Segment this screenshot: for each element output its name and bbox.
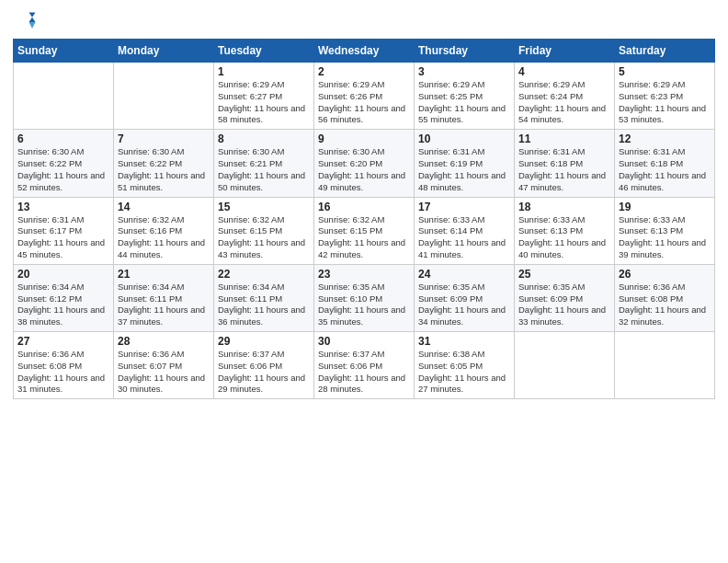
- day-info: Sunrise: 6:35 AM Sunset: 6:10 PM Dayligh…: [318, 282, 410, 328]
- weekday-header-friday: Friday: [515, 40, 615, 63]
- calendar-cell: 11Sunrise: 6:31 AM Sunset: 6:18 PM Dayli…: [515, 130, 615, 197]
- calendar-cell: 5Sunrise: 6:29 AM Sunset: 6:23 PM Daylig…: [615, 63, 715, 130]
- day-number: 19: [619, 201, 711, 213]
- day-number: 6: [17, 132, 109, 145]
- day-info: Sunrise: 6:31 AM Sunset: 6:19 PM Dayligh…: [418, 146, 510, 193]
- calendar-cell: 22Sunrise: 6:34 AM Sunset: 6:11 PM Dayli…: [214, 264, 314, 331]
- header: [13, 9, 715, 35]
- day-number: 12: [619, 132, 711, 145]
- page-container: SundayMondayTuesdayWednesdayThursdayFrid…: [0, 0, 728, 408]
- day-number: 4: [518, 65, 610, 78]
- day-info: Sunrise: 6:36 AM Sunset: 6:08 PM Dayligh…: [17, 349, 109, 396]
- calendar-cell: 2Sunrise: 6:29 AM Sunset: 6:26 PM Daylig…: [314, 63, 415, 130]
- weekday-header-row: SundayMondayTuesdayWednesdayThursdayFrid…: [14, 40, 715, 63]
- day-number: 24: [418, 268, 510, 281]
- calendar-cell: 19Sunrise: 6:33 AM Sunset: 6:13 PM Dayli…: [615, 197, 715, 264]
- day-info: Sunrise: 6:29 AM Sunset: 6:26 PM Dayligh…: [318, 79, 410, 126]
- day-info: Sunrise: 6:32 AM Sunset: 6:15 PM Dayligh…: [318, 214, 410, 261]
- day-number: 10: [418, 132, 510, 145]
- calendar-cell: 13Sunrise: 6:31 AM Sunset: 6:17 PM Dayli…: [14, 197, 114, 264]
- day-info: Sunrise: 6:29 AM Sunset: 6:27 PM Dayligh…: [218, 79, 310, 126]
- calendar-cell: 17Sunrise: 6:33 AM Sunset: 6:14 PM Dayli…: [415, 197, 515, 264]
- calendar-cell: 28Sunrise: 6:36 AM Sunset: 6:07 PM Dayli…: [114, 332, 214, 399]
- calendar-cell: 10Sunrise: 6:31 AM Sunset: 6:19 PM Dayli…: [415, 130, 515, 197]
- calendar-cell: [114, 63, 214, 130]
- day-info: Sunrise: 6:29 AM Sunset: 6:24 PM Dayligh…: [518, 79, 610, 126]
- day-number: 25: [518, 268, 610, 281]
- calendar-cell: [615, 332, 715, 399]
- day-number: 2: [318, 65, 410, 78]
- weekday-header-wednesday: Wednesday: [314, 40, 415, 63]
- day-number: 7: [118, 132, 210, 145]
- calendar-cell: 26Sunrise: 6:36 AM Sunset: 6:08 PM Dayli…: [615, 264, 715, 331]
- weekday-header-saturday: Saturday: [615, 40, 715, 63]
- calendar-cell: 3Sunrise: 6:29 AM Sunset: 6:25 PM Daylig…: [415, 63, 515, 130]
- day-number: 16: [318, 201, 410, 213]
- day-number: 17: [418, 201, 510, 213]
- day-info: Sunrise: 6:30 AM Sunset: 6:22 PM Dayligh…: [118, 146, 210, 193]
- calendar-cell: 20Sunrise: 6:34 AM Sunset: 6:12 PM Dayli…: [14, 264, 114, 331]
- day-info: Sunrise: 6:32 AM Sunset: 6:15 PM Dayligh…: [218, 214, 310, 261]
- day-number: 13: [17, 201, 109, 213]
- calendar-cell: 7Sunrise: 6:30 AM Sunset: 6:22 PM Daylig…: [114, 130, 214, 197]
- calendar-cell: 15Sunrise: 6:32 AM Sunset: 6:15 PM Dayli…: [214, 197, 314, 264]
- day-info: Sunrise: 6:38 AM Sunset: 6:05 PM Dayligh…: [418, 349, 510, 396]
- day-info: Sunrise: 6:29 AM Sunset: 6:23 PM Dayligh…: [619, 79, 711, 126]
- day-number: 26: [619, 268, 711, 281]
- day-info: Sunrise: 6:34 AM Sunset: 6:12 PM Dayligh…: [17, 282, 109, 328]
- logo-icon: [13, 9, 39, 35]
- day-info: Sunrise: 6:33 AM Sunset: 6:13 PM Dayligh…: [619, 214, 711, 261]
- calendar-cell: 30Sunrise: 6:37 AM Sunset: 6:06 PM Dayli…: [314, 332, 415, 399]
- day-info: Sunrise: 6:35 AM Sunset: 6:09 PM Dayligh…: [418, 282, 510, 328]
- calendar-week-3: 13Sunrise: 6:31 AM Sunset: 6:17 PM Dayli…: [14, 197, 715, 264]
- day-number: 9: [318, 132, 410, 145]
- weekday-header-monday: Monday: [114, 40, 214, 63]
- calendar-cell: 6Sunrise: 6:30 AM Sunset: 6:22 PM Daylig…: [14, 130, 114, 197]
- calendar-cell: 8Sunrise: 6:30 AM Sunset: 6:21 PM Daylig…: [214, 130, 314, 197]
- day-number: 29: [218, 335, 310, 348]
- day-number: 18: [518, 201, 610, 213]
- calendar-cell: 25Sunrise: 6:35 AM Sunset: 6:09 PM Dayli…: [515, 264, 615, 331]
- day-info: Sunrise: 6:37 AM Sunset: 6:06 PM Dayligh…: [218, 349, 310, 396]
- calendar-cell: 1Sunrise: 6:29 AM Sunset: 6:27 PM Daylig…: [214, 63, 314, 130]
- calendar-cell: 9Sunrise: 6:30 AM Sunset: 6:20 PM Daylig…: [314, 130, 415, 197]
- calendar-cell: 27Sunrise: 6:36 AM Sunset: 6:08 PM Dayli…: [14, 332, 114, 399]
- calendar-cell: 23Sunrise: 6:35 AM Sunset: 6:10 PM Dayli…: [314, 264, 415, 331]
- day-number: 5: [619, 65, 711, 78]
- day-info: Sunrise: 6:33 AM Sunset: 6:14 PM Dayligh…: [418, 214, 510, 261]
- logo: [13, 9, 42, 35]
- day-info: Sunrise: 6:36 AM Sunset: 6:07 PM Dayligh…: [118, 349, 210, 396]
- day-number: 14: [118, 201, 210, 213]
- calendar-cell: 18Sunrise: 6:33 AM Sunset: 6:13 PM Dayli…: [515, 197, 615, 264]
- calendar-cell: 12Sunrise: 6:31 AM Sunset: 6:18 PM Dayli…: [615, 130, 715, 197]
- day-info: Sunrise: 6:31 AM Sunset: 6:18 PM Dayligh…: [619, 146, 711, 193]
- day-info: Sunrise: 6:29 AM Sunset: 6:25 PM Dayligh…: [418, 79, 510, 126]
- day-number: 21: [118, 268, 210, 281]
- day-info: Sunrise: 6:31 AM Sunset: 6:18 PM Dayligh…: [518, 146, 610, 193]
- day-number: 30: [318, 335, 410, 348]
- calendar-week-1: 1Sunrise: 6:29 AM Sunset: 6:27 PM Daylig…: [14, 63, 715, 130]
- day-info: Sunrise: 6:36 AM Sunset: 6:08 PM Dayligh…: [619, 282, 711, 328]
- calendar-cell: 31Sunrise: 6:38 AM Sunset: 6:05 PM Dayli…: [415, 332, 515, 399]
- day-number: 20: [17, 268, 109, 281]
- calendar-week-4: 20Sunrise: 6:34 AM Sunset: 6:12 PM Dayli…: [14, 264, 715, 331]
- day-number: 31: [418, 335, 510, 348]
- calendar-cell: 16Sunrise: 6:32 AM Sunset: 6:15 PM Dayli…: [314, 197, 415, 264]
- day-number: 8: [218, 132, 310, 145]
- day-number: 22: [218, 268, 310, 281]
- calendar-cell: 24Sunrise: 6:35 AM Sunset: 6:09 PM Dayli…: [415, 264, 515, 331]
- calendar-cell: [515, 332, 615, 399]
- day-info: Sunrise: 6:32 AM Sunset: 6:16 PM Dayligh…: [118, 214, 210, 261]
- day-number: 23: [318, 268, 410, 281]
- svg-marker-0: [29, 13, 36, 23]
- day-info: Sunrise: 6:30 AM Sunset: 6:22 PM Dayligh…: [17, 146, 109, 193]
- calendar-cell: [14, 63, 114, 130]
- day-info: Sunrise: 6:35 AM Sunset: 6:09 PM Dayligh…: [518, 282, 610, 328]
- day-number: 3: [418, 65, 510, 78]
- day-info: Sunrise: 6:30 AM Sunset: 6:21 PM Dayligh…: [218, 146, 310, 193]
- calendar-cell: 21Sunrise: 6:34 AM Sunset: 6:11 PM Dayli…: [114, 264, 214, 331]
- day-number: 15: [218, 201, 310, 213]
- calendar-cell: 4Sunrise: 6:29 AM Sunset: 6:24 PM Daylig…: [515, 63, 615, 130]
- weekday-header-tuesday: Tuesday: [214, 40, 314, 63]
- calendar-week-5: 27Sunrise: 6:36 AM Sunset: 6:08 PM Dayli…: [14, 332, 715, 399]
